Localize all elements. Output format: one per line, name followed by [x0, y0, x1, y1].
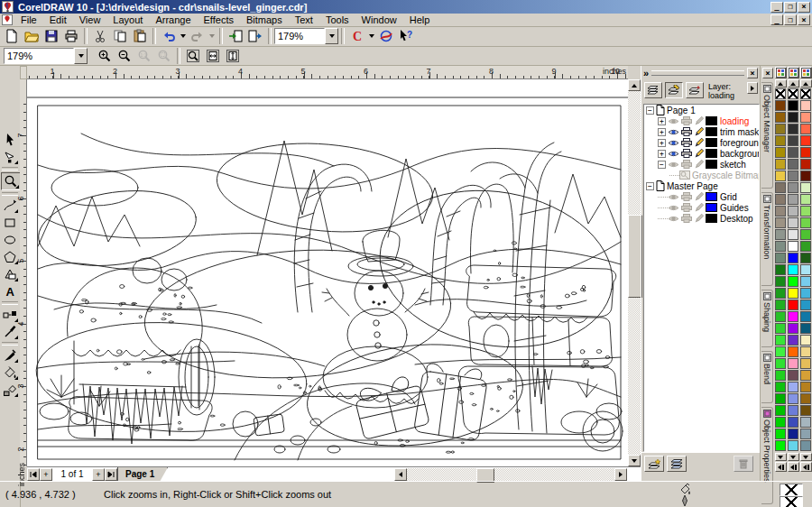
- doc-close-button[interactable]: ×: [798, 14, 810, 25]
- menu-bitmaps[interactable]: Bitmaps: [240, 14, 289, 26]
- docker-close-icon[interactable]: ×: [747, 68, 758, 78]
- color-swatch[interactable]: [775, 194, 786, 205]
- color-swatch[interactable]: [800, 300, 811, 310]
- undo-button[interactable]: [159, 27, 179, 45]
- layer-color-swatch[interactable]: [706, 149, 717, 158]
- ellipse-tool[interactable]: [1, 232, 19, 248]
- layer-color-swatch[interactable]: [706, 214, 717, 223]
- docker-collapse-button[interactable]: »: [643, 68, 649, 78]
- color-swatch[interactable]: [775, 112, 786, 123]
- color-swatch[interactable]: [788, 241, 798, 252]
- zoom-all-button[interactable]: [183, 47, 203, 65]
- color-swatch[interactable]: [800, 135, 811, 146]
- scroll-up-button[interactable]: [628, 79, 641, 91]
- color-swatch[interactable]: [800, 124, 811, 134]
- color-swatch[interactable]: [788, 417, 798, 428]
- color-swatch[interactable]: [800, 311, 811, 322]
- layer-color-swatch[interactable]: [706, 127, 717, 136]
- menu-arrange[interactable]: Arrange: [149, 14, 197, 26]
- color-swatch[interactable]: [788, 440, 798, 451]
- show-object-properties-button[interactable]: [644, 82, 662, 98]
- color-swatch[interactable]: [788, 276, 798, 287]
- color-swatch[interactable]: [788, 217, 798, 228]
- palette-scroll-up-button[interactable]: [800, 79, 812, 88]
- scroll-left-button[interactable]: [394, 468, 407, 481]
- color-swatch[interactable]: [775, 100, 786, 111]
- color-swatch[interactable]: [775, 217, 786, 228]
- import-button[interactable]: [226, 27, 245, 45]
- new-layer-button[interactable]: [644, 456, 664, 472]
- collapse-icon[interactable]: −: [658, 161, 666, 169]
- palette-scroll-up-button[interactable]: [788, 79, 799, 88]
- color-swatch[interactable]: [788, 358, 798, 369]
- color-swatch[interactable]: [788, 100, 798, 111]
- color-swatch[interactable]: [788, 370, 798, 381]
- zoom-actual-button[interactable]: 1:1: [134, 47, 154, 65]
- menu-file[interactable]: File: [14, 14, 43, 26]
- color-swatch[interactable]: [788, 393, 798, 404]
- color-swatch[interactable]: [800, 382, 811, 392]
- color-swatch[interactable]: [775, 417, 786, 428]
- layer-visibility-icon[interactable]: [668, 193, 679, 201]
- color-swatch[interactable]: [775, 335, 786, 346]
- fill-tool[interactable]: [1, 364, 19, 381]
- layer-editable-icon[interactable]: [694, 116, 704, 126]
- layer-printable-icon[interactable]: [681, 149, 692, 158]
- layer-color-swatch[interactable]: [706, 192, 717, 201]
- zoom-page-width-button[interactable]: [203, 47, 223, 65]
- layer-printable-icon[interactable]: [681, 160, 692, 169]
- layer-visibility-icon[interactable]: [668, 161, 679, 169]
- layer-printable-icon[interactable]: [681, 203, 692, 212]
- menu-edit[interactable]: Edit: [43, 14, 73, 26]
- add-page-after-button[interactable]: +: [92, 468, 105, 481]
- color-swatch[interactable]: [800, 112, 811, 123]
- color-swatch[interactable]: [800, 440, 811, 451]
- color-swatch[interactable]: [800, 264, 811, 275]
- add-page-before-button[interactable]: +: [40, 468, 52, 481]
- color-swatch[interactable]: [775, 147, 786, 158]
- expand-icon[interactable]: +: [658, 139, 666, 147]
- layer-row-grayscale-bitmap[interactable]: Grayscale Bitmap: [644, 170, 759, 180]
- print-button[interactable]: [61, 27, 81, 45]
- redo-dropdown[interactable]: [208, 27, 217, 45]
- layer-row-foreground[interactable]: +foreground: [644, 137, 759, 148]
- interactive-blend-tool[interactable]: [1, 307, 19, 323]
- color-swatch[interactable]: [775, 159, 786, 170]
- color-swatch[interactable]: [788, 229, 798, 240]
- layer-editable-icon[interactable]: [694, 127, 704, 137]
- drawing-canvas[interactable]: [27, 79, 628, 466]
- color-swatch[interactable]: [775, 182, 786, 193]
- expand-icon[interactable]: +: [658, 128, 666, 136]
- layer-editable-icon[interactable]: [694, 138, 704, 148]
- docker-tab-blend[interactable]: Blend: [761, 351, 773, 403]
- doc-restore-button[interactable]: ❐: [784, 14, 797, 25]
- menu-layout[interactable]: Layout: [106, 14, 149, 26]
- layer-row-sketch[interactable]: −sketch: [644, 159, 759, 170]
- scroll-down-button[interactable]: [628, 455, 641, 466]
- color-swatch[interactable]: [800, 346, 811, 357]
- docker-grip[interactable]: [651, 70, 744, 76]
- layer-editable-icon[interactable]: [694, 149, 704, 159]
- color-swatch[interactable]: [788, 194, 798, 205]
- color-swatch[interactable]: [788, 346, 798, 357]
- layer-printable-icon[interactable]: [681, 116, 692, 125]
- color-swatch[interactable]: [775, 300, 786, 310]
- layer-row-background[interactable]: +background: [644, 148, 759, 159]
- layer-color-swatch[interactable]: [706, 203, 717, 212]
- color-swatch[interactable]: [775, 346, 786, 357]
- edit-across-layers-button[interactable]: [665, 82, 683, 98]
- color-swatch[interactable]: [775, 229, 786, 240]
- zoom-tool[interactable]: [1, 172, 21, 190]
- layer-visibility-icon[interactable]: [668, 215, 679, 223]
- layer-visibility-icon[interactable]: [668, 139, 679, 147]
- color-swatch[interactable]: [800, 217, 811, 228]
- redo-button[interactable]: [188, 27, 208, 45]
- color-swatch[interactable]: [775, 241, 786, 252]
- layer-color-swatch[interactable]: [706, 116, 717, 125]
- docker-tab-object-manager[interactable]: Object Manager: [761, 82, 773, 189]
- menu-effects[interactable]: Effects: [198, 14, 240, 26]
- vertical-scrollbar[interactable]: [628, 79, 641, 466]
- color-swatch[interactable]: [800, 159, 811, 170]
- zoom-out-button[interactable]: [115, 47, 134, 65]
- layer-visibility-icon[interactable]: [668, 117, 679, 125]
